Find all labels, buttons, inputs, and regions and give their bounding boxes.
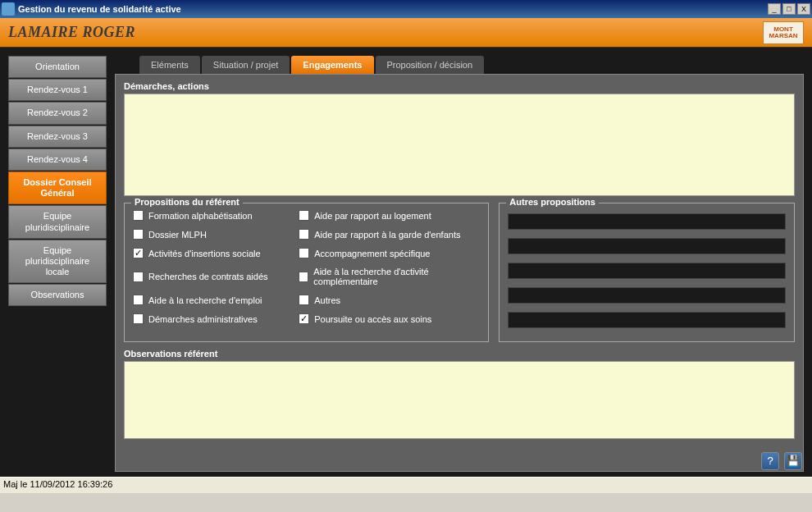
minimize-button[interactable]: _ [768, 3, 781, 15]
checkbox-icon[interactable] [133, 229, 144, 240]
window-controls: _ □ X [768, 3, 810, 15]
checkbox-icon[interactable] [299, 295, 309, 305]
autres-input-1[interactable] [508, 213, 786, 230]
chk-label: Aide à la recherche d'activité complémen… [313, 267, 480, 286]
chk-contrats-aides[interactable]: Recherches de contrats aidés [133, 267, 290, 286]
tab-panel: Démarches, actions Propositions du référ… [115, 74, 804, 472]
observations-textarea[interactable] [124, 361, 795, 439]
sidebar-item-rdv4[interactable]: Rendez-vous 4 [8, 149, 107, 171]
chk-activite-complementaire[interactable]: Aide à la recherche d'activité complémen… [299, 267, 480, 286]
help-button[interactable]: ? [761, 452, 779, 470]
autres-input-3[interactable] [508, 263, 786, 279]
demarches-section: Démarches, actions [124, 81, 795, 196]
observations-label: Observations référent [124, 349, 795, 359]
tab-situation-projet[interactable]: Situation / projet [202, 56, 290, 74]
statusbar: Maj le 11/09/2012 16:39:26 [0, 477, 812, 493]
chk-label: Démarches administratives [148, 314, 258, 324]
observations-section: Observations référent [124, 349, 795, 439]
window-titlebar: Gestion du revenu de solidarité active _… [0, 0, 812, 18]
tab-elements[interactable]: Eléments [139, 56, 200, 74]
chk-autres[interactable]: Autres [299, 295, 480, 305]
chk-label: Formation alphabétisation [148, 211, 253, 221]
chk-label: Aide à la recherche d'emploi [148, 295, 262, 305]
window-title: Gestion du revenu de solidarité active [18, 4, 768, 14]
main-area: Orientation Rendez-vous 1 Rendez-vous 2 … [0, 48, 812, 477]
chk-aide-garde-enfants[interactable]: Aide par rapport à la garde d'enfants [299, 229, 480, 240]
demarches-textarea[interactable] [124, 94, 795, 196]
sidebar-item-rdv1[interactable]: Rendez-vous 1 [8, 79, 107, 101]
propositions-fieldset: Propositions du référent Formation alpha… [124, 203, 489, 342]
checkbox-icon[interactable] [299, 229, 309, 240]
app-icon [2, 2, 15, 16]
chk-label: Aide par rapport au logement [314, 211, 431, 221]
chk-label: Activités d'insertions sociale [148, 249, 261, 258]
propositions-legend: Propositions du référent [131, 197, 243, 207]
propositions-grid: Formation alphabétisation Aide par rappo… [133, 210, 480, 324]
autres-input-5[interactable] [508, 312, 786, 328]
chk-accompagnement-specifique[interactable]: Accompagnement spécifique [299, 248, 480, 258]
tab-proposition-decision[interactable]: Proposition / décision [376, 56, 485, 74]
close-button[interactable]: X [797, 3, 810, 15]
maximize-button[interactable]: □ [782, 3, 796, 15]
autres-propositions-legend: Autres propositions [506, 197, 599, 207]
chk-activites-insertion[interactable]: ✓ Activités d'insertions sociale [133, 248, 290, 258]
sidebar-item-equipe-pluri[interactable]: Equipe pluridisciplinaire [8, 205, 107, 238]
sidebar-item-equipe-pluri-locale[interactable]: Equipe pluridisciplinaire locale [8, 240, 107, 284]
middle-row: Propositions du référent Formation alpha… [124, 203, 795, 342]
autres-input-4[interactable] [508, 287, 786, 304]
chk-dossier-mlph[interactable]: Dossier MLPH [133, 229, 290, 240]
checkbox-icon[interactable]: ✓ [133, 248, 144, 258]
checkbox-icon[interactable]: ✓ [299, 313, 309, 324]
checkbox-icon[interactable] [133, 210, 144, 221]
person-name: LAMAIRE ROGER [8, 24, 763, 41]
chk-label: Poursuite ou accès aux soins [314, 314, 431, 324]
chk-demarches-administratives[interactable]: Démarches administratives [133, 313, 290, 324]
autres-input-2[interactable] [508, 238, 786, 254]
chk-label: Recherches de contrats aidés [148, 272, 268, 281]
sidebar-item-observations[interactable]: Observations [8, 284, 107, 306]
tab-engagements[interactable]: Engagements [291, 56, 373, 74]
checkbox-icon[interactable] [299, 210, 309, 221]
demarches-label: Démarches, actions [124, 81, 795, 91]
checkbox-icon[interactable] [133, 313, 144, 324]
chk-formation-alphabetisation[interactable]: Formation alphabétisation [133, 210, 290, 221]
chk-label: Aide par rapport à la garde d'enfants [314, 230, 460, 240]
checkbox-icon[interactable] [133, 272, 144, 282]
checkbox-icon[interactable] [133, 295, 144, 305]
chk-label: Autres [314, 295, 340, 305]
sidebar: Orientation Rendez-vous 1 Rendez-vous 2 … [8, 56, 107, 472]
save-button[interactable]: 💾 [784, 452, 802, 470]
checkbox-icon[interactable] [299, 272, 308, 282]
logo: MONT MARSAN [763, 21, 804, 44]
tabs: Eléments Situation / projet Engagements … [139, 56, 804, 74]
chk-label: Accompagnement spécifique [314, 249, 430, 258]
chk-poursuite-soins[interactable]: ✓ Poursuite ou accès aux soins [299, 313, 480, 324]
content-area: Eléments Situation / projet Engagements … [115, 56, 804, 472]
chk-recherche-emploi[interactable]: Aide à la recherche d'emploi [133, 295, 290, 305]
sidebar-item-orientation[interactable]: Orientation [8, 56, 107, 78]
statusbar-text: Maj le 11/09/2012 16:39:26 [3, 479, 112, 489]
sidebar-item-rdv2[interactable]: Rendez-vous 2 [8, 102, 107, 124]
footer-icons: ? 💾 [761, 452, 802, 470]
chk-aide-logement[interactable]: Aide par rapport au logement [299, 210, 480, 221]
sidebar-item-rdv3[interactable]: Rendez-vous 3 [8, 126, 107, 148]
header-bar: LAMAIRE ROGER MONT MARSAN [0, 18, 812, 48]
chk-label: Dossier MLPH [148, 230, 207, 240]
autres-propositions-fieldset: Autres propositions [499, 203, 795, 342]
checkbox-icon[interactable] [299, 248, 309, 258]
sidebar-item-dossier-conseil-general[interactable]: Dossier Conseil Général [8, 171, 107, 204]
